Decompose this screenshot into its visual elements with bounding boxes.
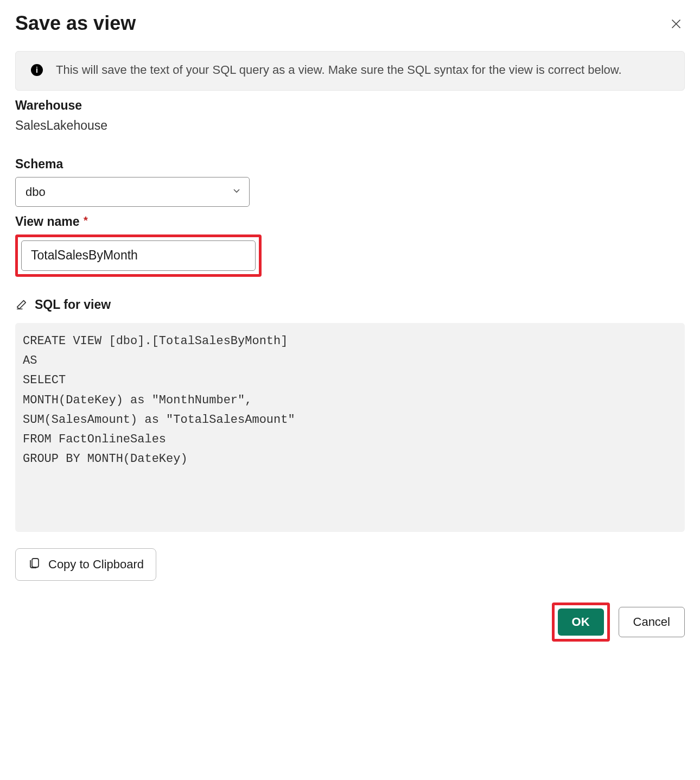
- view-name-label: View name *: [15, 214, 685, 229]
- copy-icon: [28, 556, 41, 573]
- svg-rect-2: [32, 559, 39, 567]
- schema-select[interactable]: dbo: [15, 177, 250, 207]
- info-text: This will save the text of your SQL quer…: [56, 62, 622, 78]
- sql-code-box[interactable]: CREATE VIEW [dbo].[TotalSalesByMonth] AS…: [15, 323, 685, 532]
- info-banner: i This will save the text of your SQL qu…: [15, 51, 685, 91]
- cancel-button[interactable]: Cancel: [619, 607, 685, 637]
- ok-button-highlight: OK: [552, 603, 610, 642]
- copy-to-clipboard-button[interactable]: Copy to Clipboard: [15, 548, 156, 581]
- schema-label: Schema: [15, 157, 685, 172]
- close-button[interactable]: [667, 15, 685, 34]
- warehouse-label: Warehouse: [15, 98, 685, 113]
- ok-button[interactable]: OK: [558, 608, 604, 636]
- clear-format-icon: [15, 299, 27, 310]
- view-name-highlight: [15, 234, 262, 277]
- info-icon: i: [31, 64, 43, 76]
- copy-button-label: Copy to Clipboard: [48, 557, 144, 572]
- warehouse-value: SalesLakehouse: [15, 118, 685, 133]
- dialog-title: Save as view: [15, 12, 136, 35]
- close-icon: [671, 23, 682, 31]
- sql-section-label: SQL for view: [35, 297, 111, 312]
- view-name-input[interactable]: [21, 240, 256, 271]
- required-indicator: *: [80, 214, 87, 226]
